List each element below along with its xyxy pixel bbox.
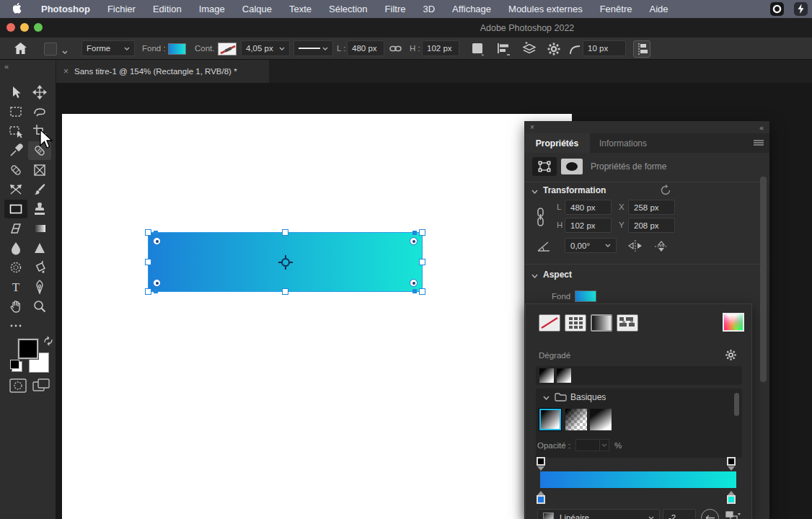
y-input[interactable]: 208 px <box>628 218 675 233</box>
tool-mode-dropdown[interactable]: Forme <box>81 40 135 56</box>
path-anchor[interactable] <box>412 231 417 235</box>
swap-colors-icon[interactable] <box>43 336 54 346</box>
corner-radius-handle[interactable] <box>410 237 418 245</box>
close-tab-icon[interactable]: × <box>63 66 69 76</box>
menu-item-texte[interactable]: Texte <box>281 4 320 14</box>
menu-item-fichier[interactable]: Fichier <box>99 4 144 14</box>
menu-item-photoshop[interactable]: Photoshop <box>32 4 99 14</box>
menu-item-3d[interactable]: 3D <box>414 4 443 14</box>
hand-tool[interactable] <box>4 297 27 316</box>
gradient-preset[interactable] <box>590 409 612 430</box>
flip-horizontal-icon[interactable] <box>627 239 643 252</box>
screen-mode-icon[interactable] <box>32 378 50 396</box>
reverse-gradient-icon[interactable] <box>725 510 741 519</box>
frame-tool[interactable] <box>28 161 51 179</box>
lasso-tool[interactable] <box>28 102 51 121</box>
menu-item-affichage[interactable]: Affichage <box>443 4 500 14</box>
transform-reference-point[interactable] <box>278 254 294 270</box>
gradient-settings-gear-icon[interactable] <box>725 349 737 364</box>
blur-tool[interactable] <box>4 239 27 257</box>
h-input[interactable]: 102 px <box>565 218 612 233</box>
preset-list-scrollbar[interactable] <box>734 393 739 416</box>
object-selection-tool[interactable] <box>4 122 27 141</box>
gradient-bar[interactable] <box>540 471 736 488</box>
color-stop-left[interactable] <box>537 495 545 504</box>
collapse-transform-icon[interactable] <box>531 190 538 194</box>
panel-menu-icon[interactable] <box>754 140 764 147</box>
dodge-tool[interactable] <box>4 258 27 277</box>
gradient-rectangle-shape[interactable] <box>148 232 423 292</box>
mask-properties-icon[interactable] <box>561 159 583 174</box>
gradient-angle-dial[interactable] <box>701 509 719 519</box>
collapse-panel-icon[interactable]: « <box>759 123 764 132</box>
transform-handle[interactable] <box>282 288 288 295</box>
panel-scrollbar[interactable] <box>760 177 767 382</box>
pen-tool[interactable] <box>28 278 51 296</box>
transform-handle[interactable] <box>145 288 151 295</box>
fill-gradient-button[interactable] <box>591 314 612 332</box>
fill-pattern-button[interactable] <box>617 314 638 332</box>
corner-radius-handle[interactable] <box>153 279 161 287</box>
fill-swatch[interactable] <box>168 43 186 55</box>
close-window-button[interactable] <box>6 23 15 32</box>
path-anchor[interactable] <box>154 231 158 235</box>
healing-brush-tool[interactable] <box>4 161 27 179</box>
marquee-tool[interactable] <box>4 102 27 121</box>
menu-item-calque[interactable]: Calque <box>234 4 281 14</box>
gradient-style-dropdown[interactable]: Linéaire <box>537 509 660 519</box>
shape-height-input[interactable]: 102 px <box>422 40 459 56</box>
color-picker-button[interactable] <box>723 313 744 332</box>
opacity-input[interactable] <box>575 439 600 451</box>
gradient-preset[interactable] <box>565 409 587 430</box>
tool-preset-picker[interactable] <box>44 43 57 56</box>
paint-bucket-tool[interactable] <box>28 258 51 277</box>
recent-gradient-thumb[interactable] <box>557 368 571 383</box>
recent-gradient-thumb[interactable] <box>539 368 554 383</box>
gradient-group-label[interactable]: Basiques <box>570 392 606 402</box>
rectangle-tool[interactable] <box>4 200 27 218</box>
menu-item-fenêtre[interactable]: Fenêtre <box>591 4 641 14</box>
foreground-color-well[interactable] <box>18 339 38 359</box>
minimize-window-button[interactable] <box>20 23 29 32</box>
apple-icon[interactable] <box>13 3 24 15</box>
opacity-chevron[interactable] <box>600 439 609 451</box>
transform-handle[interactable] <box>419 259 425 265</box>
menu-item-sélection[interactable]: Sélection <box>320 4 376 14</box>
stroke-width-dropdown[interactable]: 4,05 px <box>241 40 290 56</box>
fill-none-button[interactable] <box>539 314 560 332</box>
path-operations-icon[interactable] <box>471 43 485 58</box>
fill-solid-button[interactable] <box>565 314 586 332</box>
tab-informations[interactable]: Informations <box>599 138 647 148</box>
opacity-stop-left[interactable] <box>537 457 545 466</box>
collapse-toolbar-icon[interactable]: « <box>4 62 9 71</box>
gradient-angle-input[interactable]: -2 <box>663 509 696 519</box>
path-arrangement-icon[interactable] <box>521 41 538 58</box>
gear-icon[interactable] <box>547 42 561 58</box>
close-panel-icon[interactable]: × <box>530 123 534 131</box>
aspect-fill-swatch[interactable] <box>575 290 596 302</box>
zoom-tool[interactable] <box>28 297 51 316</box>
link-wh-icon[interactable] <box>532 202 548 232</box>
quick-mask-icon[interactable] <box>9 378 27 396</box>
menu-item-filtre[interactable]: Filtre <box>376 4 415 14</box>
menu-item-modules-externes[interactable]: Modules externes <box>500 4 591 14</box>
transform-handle[interactable] <box>282 229 288 236</box>
path-alignment-icon[interactable] <box>496 43 512 58</box>
color-stop-right[interactable] <box>727 495 736 504</box>
stroke-swatch[interactable] <box>218 43 237 56</box>
corner-radius-handle[interactable] <box>410 279 418 287</box>
gradient-preset-selected[interactable] <box>539 409 561 430</box>
transform-handle[interactable] <box>145 259 151 265</box>
reset-transform-icon[interactable] <box>660 185 671 195</box>
corner-radius-input[interactable]: 10 px <box>583 40 626 56</box>
menu-item-aide[interactable]: Aide <box>640 4 676 14</box>
x-input[interactable]: 258 px <box>628 200 675 215</box>
corner-radius-handle[interactable] <box>153 237 161 245</box>
history-brush-tool[interactable] <box>4 180 27 199</box>
shape-properties-icon[interactable] <box>532 157 557 176</box>
move-tool[interactable] <box>28 83 51 102</box>
zoom-window-button[interactable] <box>34 23 43 32</box>
align-edges-button[interactable] <box>633 40 650 58</box>
eyedropper-tool[interactable] <box>4 141 27 160</box>
document-tab[interactable]: × Sans titre-1 @ 154% (Rectangle 1, RVB/… <box>56 60 269 83</box>
